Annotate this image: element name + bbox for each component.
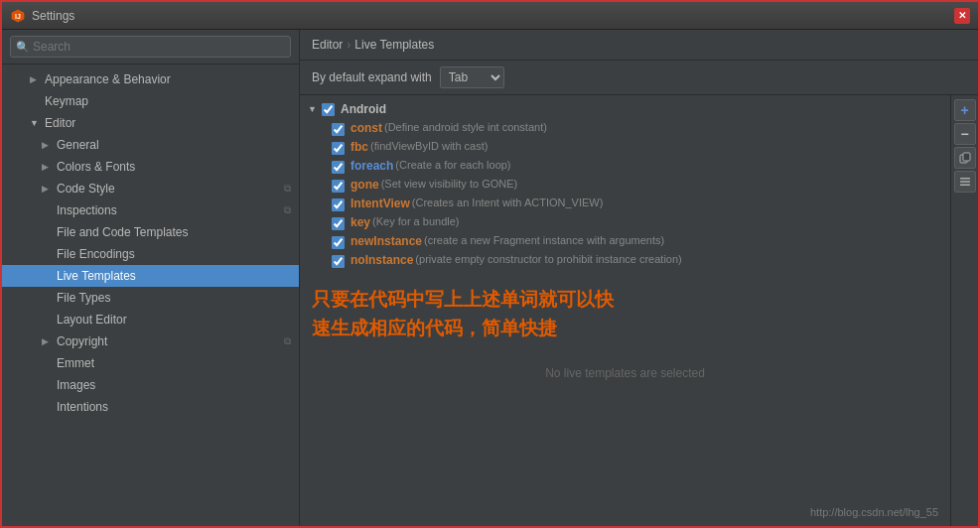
expand-arrow [42,293,52,303]
template-item[interactable]: fbc (findViewByID with cast) [300,138,950,157]
svg-rect-6 [960,185,970,187]
template-abbr-fbc: fbc [350,140,368,154]
svg-rect-3 [963,153,970,161]
android-group-checkbox[interactable] [322,103,335,116]
template-item[interactable]: key (Key for a bundle) [300,213,950,232]
template-abbr-key: key [350,215,370,229]
expand-arrow [42,380,52,390]
sidebar-item-code-style[interactable]: ▶ Code Style ⧉ [2,178,299,199]
copy-template-button[interactable] [954,147,976,169]
sidebar-item-intentions[interactable]: Intentions [2,396,299,418]
search-input[interactable] [10,36,291,58]
sidebar-item-label: Intentions [57,400,108,414]
svg-rect-4 [960,178,970,180]
template-checkbox-noinstance[interactable] [332,255,345,268]
sidebar-item-copyright[interactable]: ▶ Copyright ⧉ [2,330,299,352]
sidebar-item-layout-editor[interactable]: Layout Editor [2,309,299,330]
template-item[interactable]: noInstance (private empty constructor to… [300,251,950,270]
sidebar-item-editor[interactable]: ▼ Editor [2,112,299,134]
expand-arrow [42,315,52,325]
template-checkbox-foreach[interactable] [332,161,345,174]
sidebar-item-label: File Encodings [57,247,135,261]
right-buttons-panel: + − [950,95,978,526]
sidebar-item-general[interactable]: ▶ General [2,134,299,156]
expand-arrow: ▶ [42,140,52,150]
template-checkbox-const[interactable] [332,123,345,136]
template-item[interactable]: IntentView (Creates an Intent with ACTIO… [300,195,950,213]
sidebar-item-colors-fonts[interactable]: ▶ Colors & Fonts [2,156,299,178]
sidebar-item-label: Inspections [57,203,117,217]
template-abbr-foreach: foreach [350,159,393,173]
window-title: Settings [32,9,954,23]
template-item[interactable]: ➤ newInstance (create a new Fragment ins… [300,232,950,251]
wrench-icon-svg [959,176,971,188]
template-desc-foreach: (Create a for each loop) [395,159,510,171]
sidebar-item-label: Live Templates [57,269,136,283]
templates-content-wrapper: ▼ Android const (Define android style in… [300,95,950,526]
template-checkbox-key[interactable] [332,217,345,230]
template-item[interactable]: const (Define android style int constant… [300,119,950,138]
template-abbr-const: const [350,121,382,135]
sidebar-item-label: Keymap [45,94,88,108]
sidebar-item-images[interactable]: Images [2,374,299,396]
templates-area: ▼ Android const (Define android style in… [300,95,978,526]
template-abbr-noinstance: noInstance [350,253,413,267]
sidebar-item-inspections[interactable]: Inspections ⧉ [2,199,299,221]
sidebar-item-appearance[interactable]: ▶ Appearance & Behavior [2,68,299,90]
content-area: 🔍 ▶ Appearance & Behavior Keymap ▼ [2,30,978,526]
expand-arrow: ▶ [42,336,52,346]
template-checkbox-newinstance[interactable] [332,236,345,249]
sidebar-item-keymap[interactable]: Keymap [2,90,299,112]
settings-window: IJ Settings ✕ 🔍 ▶ Appearance & Behavior [0,0,980,528]
copy-icon: ⧉ [284,204,291,216]
expand-arrow [42,358,52,368]
expand-arrow [30,96,40,106]
breadcrumb-separator: › [347,38,350,52]
template-checkbox-fbc[interactable] [332,142,345,155]
sidebar-item-file-encodings[interactable]: File Encodings [2,243,299,265]
close-button[interactable]: ✕ [954,8,970,24]
template-desc-const: (Define android style int constant) [384,121,547,133]
breadcrumb-editor: Editor [312,38,343,52]
template-desc-key: (Key for a bundle) [372,215,459,227]
sidebar-item-label: File Types [57,291,110,305]
add-template-button[interactable]: + [954,99,976,121]
expand-arrow [42,227,52,237]
sidebar-item-live-templates[interactable]: Live Templates [2,265,299,287]
template-item[interactable]: gone (Set view visibility to GONE) [300,176,950,195]
svg-rect-5 [960,181,970,183]
sidebar-item-label: Emmet [57,356,94,370]
sidebar-item-label: Editor [45,116,75,130]
template-abbr-gone: gone [350,178,379,192]
expand-arrow [42,402,52,412]
android-group-header[interactable]: ▼ Android [300,99,950,119]
template-checkbox-intentview[interactable] [332,198,345,211]
main-panel: Editor › Live Templates By default expan… [300,30,978,526]
expand-dropdown[interactable]: Tab Enter Space [440,66,504,88]
template-desc-fbc: (findViewByID with cast) [370,140,488,152]
sidebar-item-label: Copyright [57,334,107,348]
breadcrumb-current: Live Templates [354,38,434,52]
remove-template-button[interactable]: − [954,123,976,145]
expand-arrow [42,271,52,281]
template-abbr-intentview: IntentView [350,197,410,210]
expand-arrow: ▶ [42,162,52,172]
sidebar-item-file-types[interactable]: File Types [2,287,299,309]
toolbar-row: By default expand with Tab Enter Space [300,61,978,95]
copy-icon: ⧉ [284,335,291,347]
expand-arrow [42,249,52,259]
expand-arrow: ▼ [30,118,40,128]
sidebar-item-file-code-templates[interactable]: File and Code Templates [2,221,299,243]
overlay-wrapper: 只要在代码中写上上述单词就可以快速生成相应的代码，简单快捷 [300,270,950,358]
template-item[interactable]: foreach (Create a for each loop) [300,157,950,176]
search-icon: 🔍 [16,41,30,54]
sidebar-item-label: Code Style [57,182,115,196]
template-checkbox-gone[interactable] [332,180,345,193]
settings-template-button[interactable] [954,171,976,193]
template-desc-intentview: (Creates an Intent with ACTION_VIEW) [412,197,604,208]
expand-label: By default expand with [312,70,432,84]
sidebar-item-emmet[interactable]: Emmet [2,352,299,374]
copy-icon: ⧉ [284,183,291,195]
sidebar-item-label: Layout Editor [57,313,127,327]
sidebar-item-label: Appearance & Behavior [45,72,171,86]
